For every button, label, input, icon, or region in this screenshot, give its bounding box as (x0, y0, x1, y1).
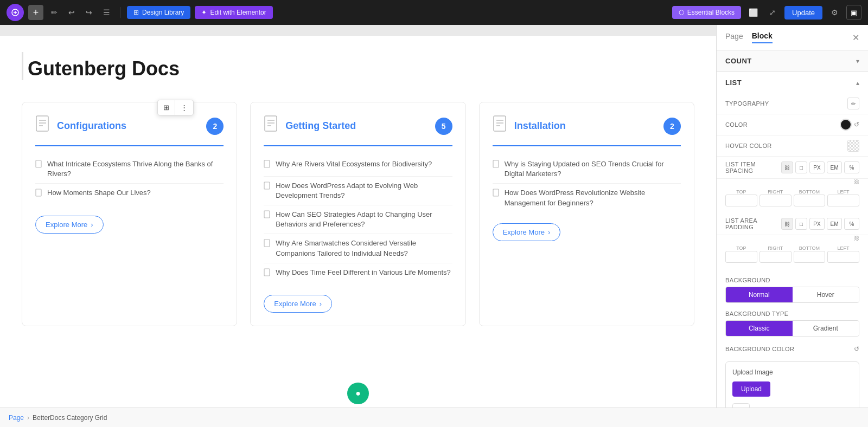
doc-list-icon (264, 210, 271, 222)
padding-right-input[interactable] (760, 251, 792, 263)
update-button[interactable]: Update (784, 6, 822, 20)
padding-bottom-input[interactable] (794, 251, 826, 263)
padding-em-button[interactable]: EM (827, 218, 842, 230)
right-label-cell: Right (760, 189, 792, 206)
design-library-icon: ⊞ (133, 9, 139, 16)
color-refresh-button[interactable]: ↺ (854, 121, 859, 128)
media-library-button[interactable] (732, 403, 750, 407)
svg-rect-13 (264, 211, 270, 218)
doc-icon (35, 115, 50, 137)
arrow-right-icon: › (320, 300, 322, 308)
top-spacing-input[interactable] (725, 195, 757, 206)
settings-button[interactable]: ⚙ (827, 5, 842, 20)
sidebar-toggle-button[interactable]: ▣ (846, 5, 861, 20)
svg-rect-6 (36, 189, 41, 196)
list-item-spacing-row: List Item Spacing ⛓ □ PX EM % (717, 157, 868, 179)
list-section-header[interactable]: List ▴ (717, 72, 868, 93)
hover-color-swatch[interactable] (847, 140, 859, 152)
doc-list-icon (264, 268, 271, 280)
doc-icon (264, 115, 279, 137)
padding-top-input[interactable] (725, 251, 757, 263)
color-control: ↺ (840, 119, 859, 131)
padding-top-cell: Top (725, 245, 757, 263)
external-link-button[interactable]: ⤢ (765, 5, 780, 20)
doc-list-icon (264, 239, 271, 251)
separator (120, 7, 120, 18)
installation-explore-btn[interactable]: Explore More › (493, 223, 561, 241)
breadcrumb-page[interactable]: Page (9, 414, 24, 422)
gradient-type-button[interactable]: Gradient (793, 321, 859, 336)
count-chevron-icon: ▾ (856, 57, 859, 65)
doc-list-icon (35, 160, 43, 172)
hover-toggle-button[interactable]: Hover (793, 287, 859, 302)
padding-unlink-button[interactable]: □ (795, 218, 807, 230)
configurations-title: Configurations (57, 120, 200, 132)
typography-edit-button[interactable]: ✏ (847, 98, 859, 109)
installation-divider (493, 145, 681, 146)
essential-blocks-button[interactable]: ⬡ Essential Blocks (672, 6, 741, 19)
sidebar-close-button[interactable]: ✕ (852, 33, 859, 43)
list-chevron-icon: ▴ (856, 79, 859, 87)
list-item: How Does WordPress Revolutionize Website… (493, 184, 681, 212)
spacing-px-button[interactable]: PX (809, 161, 825, 173)
tab-page[interactable]: Page (725, 31, 743, 43)
breadcrumb-separator: › (27, 414, 29, 422)
bottom-spacing-input[interactable] (794, 195, 826, 206)
docs-grid: Configurations 2 What Intricate Ecosyste… (22, 102, 694, 326)
edit-elementor-button[interactable]: ✦ Edit with Elementor (195, 6, 272, 19)
padding-px-button[interactable]: PX (809, 218, 825, 230)
left-spacing-input[interactable] (827, 195, 859, 206)
doc-card-installation: Installation 2 Why is Staying Updated on… (479, 102, 694, 326)
spacing-percent-button[interactable]: % (844, 161, 859, 173)
spacing-unlink-button[interactable]: □ (795, 161, 807, 173)
svg-rect-1 (36, 116, 48, 131)
bottom-label-cell: Bottom (794, 189, 826, 206)
main-layout: ⊞ ⋮ Gutenberg Docs (0, 25, 868, 407)
spacing-link-button[interactable]: ⛓ (781, 161, 793, 173)
classic-type-button[interactable]: Classic (726, 321, 793, 336)
list-area-padding-row: List Area Padding ⛓ □ PX EM % (717, 213, 868, 235)
configurations-explore-btn[interactable]: Explore More › (35, 216, 104, 234)
hover-color-label: HOVER COLOR (725, 143, 772, 149)
svg-rect-14 (264, 240, 270, 247)
color-label: COLOR (725, 121, 748, 128)
tab-block[interactable]: Block (752, 31, 773, 43)
normal-toggle-button[interactable]: Normal (726, 287, 793, 302)
right-spacing-input[interactable] (760, 195, 792, 206)
upload-button[interactable]: Upload (732, 381, 770, 397)
list-item: What Intricate Ecosystems Thrive Along t… (35, 155, 224, 184)
padding-link-button[interactable]: ⛓ (781, 218, 793, 230)
page-title: Gutenberg Docs (22, 52, 694, 80)
list-item: How Can SEO Strategies Adapt to Changing… (264, 205, 452, 234)
design-library-button[interactable]: ⊞ Design Library (127, 6, 190, 19)
getting-started-explore-btn[interactable]: Explore More › (264, 295, 332, 313)
logo[interactable] (7, 4, 24, 21)
edit-elementor-label: Edit with Elementor (210, 9, 266, 16)
desktop-view-button[interactable]: ⬜ (745, 5, 761, 20)
undo-button[interactable]: ↩ (65, 6, 78, 19)
count-section[interactable]: Count ▾ (717, 50, 868, 72)
block-more-options-button[interactable]: ⋮ (175, 100, 193, 115)
add-block-button[interactable]: + (28, 5, 43, 20)
getting-started-divider (264, 145, 452, 146)
link-chain-icon-2: ⛓ (854, 235, 859, 241)
list-item: Why Are Smartwatches Considered Versatil… (264, 234, 452, 263)
spacing-em-button[interactable]: EM (827, 161, 842, 173)
block-grid-view-button[interactable]: ⊞ (158, 100, 175, 115)
doc-card-header: Installation 2 (493, 115, 681, 137)
design-library-label: Design Library (142, 9, 184, 16)
pencil-button[interactable]: ✏ (48, 6, 61, 19)
left-label-cell: Left (827, 189, 859, 206)
svg-rect-7 (265, 116, 277, 131)
color-swatch[interactable] (840, 119, 852, 131)
padding-percent-button[interactable]: % (844, 218, 859, 230)
svg-rect-11 (264, 160, 270, 167)
svg-rect-5 (36, 160, 41, 167)
list-item: How Moments Shape Our Lives? (35, 184, 224, 205)
sidebar-tabs: Page Block (725, 31, 773, 43)
more-options-button[interactable]: ☰ (100, 6, 113, 19)
bg-color-refresh-button[interactable]: ↺ (854, 345, 859, 353)
redo-button[interactable]: ↪ (82, 6, 95, 19)
padding-left-input[interactable] (827, 251, 859, 263)
svg-rect-21 (493, 189, 499, 196)
